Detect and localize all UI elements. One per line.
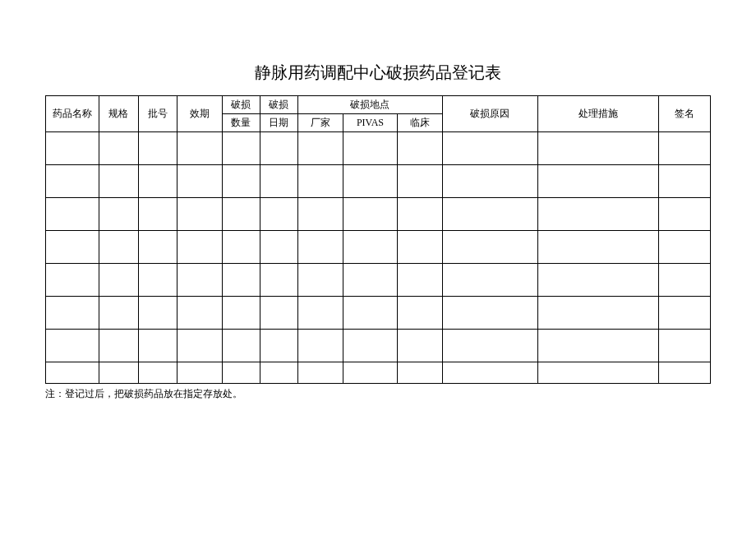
table-row (46, 198, 711, 231)
header-damage-date-1: 破损 (260, 96, 297, 114)
table-row (46, 165, 711, 198)
header-batch: 批号 (138, 96, 177, 132)
damage-register-table: 药品名称 规格 批号 效期 破损 破损 破损地点 破损原因 处理措施 签名 数量… (45, 95, 711, 384)
header-location: 破损地点 (298, 96, 443, 114)
footnote: 注：登记过后，把破损药品放在指定存放处。 (45, 387, 711, 401)
header-damage-date-2: 日期 (260, 114, 297, 132)
header-expiry: 效期 (177, 96, 222, 132)
header-loc-pivas: PIVAS (343, 114, 397, 132)
header-signature: 签名 (658, 96, 710, 132)
table-row (46, 132, 711, 165)
page-title: 静脉用药调配中心破损药品登记表 (45, 62, 711, 84)
table-row (46, 264, 711, 297)
table-row (46, 297, 711, 330)
table-row (46, 362, 711, 384)
header-damage-qty-2: 数量 (222, 114, 260, 132)
header-spec: 规格 (99, 96, 138, 132)
header-reason: 破损原因 (442, 96, 537, 132)
header-action: 处理措施 (537, 96, 658, 132)
table-row (46, 231, 711, 264)
table-row (46, 330, 711, 362)
header-damage-qty-1: 破损 (222, 96, 260, 114)
header-loc-clinical: 临床 (398, 114, 443, 132)
header-loc-factory: 厂家 (298, 114, 343, 132)
header-drug-name: 药品名称 (46, 96, 99, 132)
